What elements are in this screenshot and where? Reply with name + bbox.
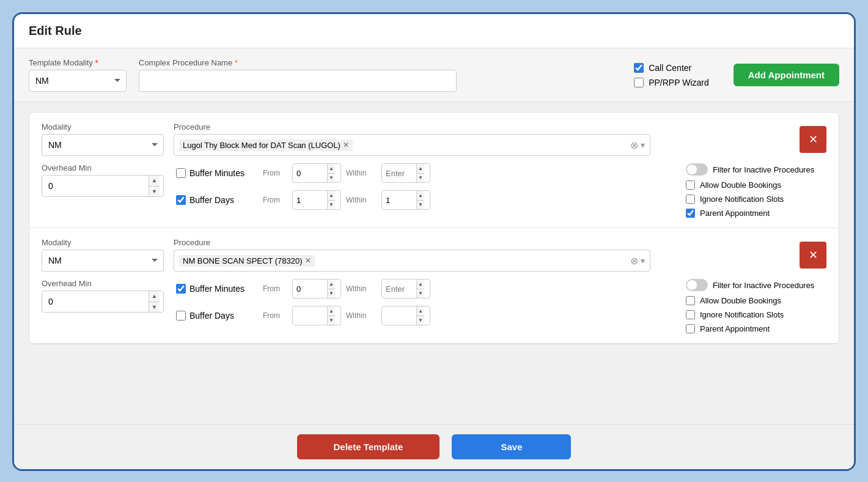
appt2-chevron-icon[interactable]: ▾ xyxy=(641,256,645,265)
appt1-bm-within-label: Within xyxy=(346,169,377,177)
appt2-bm-within-wrap: ▲ ▼ xyxy=(381,279,430,298)
call-center-checkbox[interactable] xyxy=(634,63,644,73)
appt2-clear-icon[interactable]: ⊗ xyxy=(630,255,638,267)
appt1-ignore-notification-checkbox[interactable] xyxy=(686,195,695,204)
appt2-overhead-input-wrap: ▲ ▼ xyxy=(42,291,164,313)
appt1-overhead-input[interactable] xyxy=(42,177,149,195)
appt1-bm-within-down[interactable]: ▼ xyxy=(417,174,424,183)
modal-footer: Delete Template Save xyxy=(14,424,854,469)
appt1-bm-from-row: From ▲ ▼ Within xyxy=(263,163,430,183)
appt2-bm-within-up[interactable]: ▲ xyxy=(417,280,424,289)
appt1-procedure-input[interactable]: Lugol Thy Block Med for DAT Scan (LUGOL)… xyxy=(174,134,650,156)
appt1-modality-select[interactable]: NM xyxy=(42,134,164,156)
pp-rpp-checkbox[interactable] xyxy=(634,78,644,87)
appt2-bm-within-down[interactable]: ▼ xyxy=(417,289,424,298)
appointment-block-2: Modality NM Procedure NM BONE SCAN SPECT… xyxy=(29,228,839,344)
appt1-procedure-label: Procedure xyxy=(174,122,790,132)
appt1-overhead-label: Overhead Min xyxy=(42,163,164,172)
appt1-modality-group: Modality NM xyxy=(42,122,164,156)
appt1-ignore-notification-row: Ignore Notification Slots xyxy=(686,195,826,204)
appt1-chevron-icon[interactable]: ▾ xyxy=(641,140,645,150)
appt1-bm-within-spinners: ▲ ▼ xyxy=(416,164,424,182)
appt2-buffer-days-label: Buffer Days xyxy=(176,311,256,321)
appt1-bd-from-up[interactable]: ▲ xyxy=(328,191,335,201)
appt2-overhead-up[interactable]: ▲ xyxy=(149,291,160,302)
appt2-buffer-minutes-checkbox[interactable] xyxy=(176,284,186,294)
appt1-bm-from-input[interactable] xyxy=(293,166,327,180)
appt2-buffer-minutes-row: Buffer Minutes From ▲ ▼ xyxy=(176,279,674,298)
modal-header: Edit Rule xyxy=(14,14,854,48)
appt1-buffer-days-checkbox[interactable] xyxy=(176,195,186,205)
appt1-filter-inactive-toggle[interactable] xyxy=(686,163,708,176)
appt1-bd-within-input[interactable] xyxy=(382,193,416,207)
appt2-bm-from-down[interactable]: ▼ xyxy=(328,289,335,298)
appt1-bd-within-down[interactable]: ▼ xyxy=(417,201,424,210)
appt1-overhead-up[interactable]: ▲ xyxy=(149,176,160,187)
appt2-procedure-input[interactable]: NM BONE SCAN SPECT (78320) ✕ ⊗ ▾ xyxy=(174,250,650,272)
appointments-section: Modality NM Procedure Lugol Thy Block Me… xyxy=(29,112,839,344)
appt1-delete-button[interactable]: ✕ xyxy=(800,126,826,153)
appt1-parent-appt-checkbox[interactable] xyxy=(686,209,695,218)
appt2-modality-select[interactable]: NM xyxy=(42,250,164,272)
appt2-bd-from-down[interactable]: ▼ xyxy=(328,316,335,325)
template-modality-select[interactable]: NM xyxy=(29,70,127,92)
appt2-bd-within-spinners: ▲ ▼ xyxy=(416,306,424,325)
appt1-overhead-input-wrap: ▲ ▼ xyxy=(42,175,164,197)
appt2-filter-inactive-toggle[interactable] xyxy=(686,279,708,291)
appt2-parent-appt-checkbox[interactable] xyxy=(686,324,695,333)
appt1-bd-from-input[interactable] xyxy=(293,193,327,207)
call-center-label: Call Center xyxy=(649,63,691,73)
appt2-bd-from-row: From ▲ ▼ Within xyxy=(263,306,430,325)
appt2-allow-double-checkbox[interactable] xyxy=(686,296,695,305)
appt2-bd-within-input[interactable] xyxy=(382,309,416,323)
appt2-filter-inactive-slider xyxy=(686,279,708,291)
delete-template-button[interactable]: Delete Template xyxy=(297,434,440,459)
appt1-bm-within-input[interactable] xyxy=(382,166,416,180)
appt2-buffer-minutes-fw: From ▲ ▼ Within xyxy=(263,279,430,298)
appt1-overhead-down[interactable]: ▼ xyxy=(149,187,160,197)
appt1-bd-within-up[interactable]: ▲ xyxy=(417,191,424,201)
appt1-bm-from-down[interactable]: ▼ xyxy=(328,174,335,183)
add-appointment-button[interactable]: Add Appointment xyxy=(734,64,839,86)
top-bar: Template Modality * NM Complex Procedure… xyxy=(14,48,854,102)
appt2-ignore-notification-label: Ignore Notification Slots xyxy=(700,310,784,319)
appt2-procedure-group: Procedure NM BONE SCAN SPECT (78320) ✕ ⊗… xyxy=(174,238,790,272)
appt2-bm-within-input[interactable] xyxy=(382,282,416,296)
complex-procedure-input[interactable]: NM Lugol xyxy=(139,70,457,92)
appt1-bd-from-spinners: ▲ ▼ xyxy=(327,191,335,209)
appt2-bd-from-up[interactable]: ▲ xyxy=(328,306,335,316)
appt2-bd-within-label: Within xyxy=(346,311,377,320)
appt1-clear-icon[interactable]: ⊗ xyxy=(630,139,638,151)
appt2-bd-within-down[interactable]: ▼ xyxy=(417,316,424,325)
appt2-bm-from-input[interactable] xyxy=(293,282,327,296)
appt2-buffer-days-checkbox[interactable] xyxy=(176,311,186,321)
appt2-overhead-input[interactable] xyxy=(42,293,149,310)
appt2-overhead-down[interactable]: ▼ xyxy=(149,302,160,313)
appt2-allow-double-label: Allow Double Bookings xyxy=(700,296,781,305)
appt1-buffer-minutes-label: Buffer Minutes xyxy=(176,168,256,178)
appt2-bd-within-up[interactable]: ▲ xyxy=(417,306,424,316)
appt2-details-row: Overhead Min ▲ ▼ xyxy=(42,279,826,333)
appt1-buffer-minutes-checkbox[interactable] xyxy=(176,168,186,178)
appt1-bm-from-up[interactable]: ▲ xyxy=(328,164,335,174)
appt2-bm-within-spinners: ▲ ▼ xyxy=(416,280,424,298)
appt1-buffer-days-label: Buffer Days xyxy=(176,195,256,205)
appt2-delete-button[interactable]: ✕ xyxy=(800,242,826,269)
appt1-procedure-tag-remove[interactable]: ✕ xyxy=(343,141,349,149)
appt1-allow-double-row: Allow Double Bookings xyxy=(686,180,826,190)
appt2-modality-label: Modality xyxy=(42,238,164,247)
appt2-bm-from-up[interactable]: ▲ xyxy=(328,280,335,289)
appt1-procedure-tag: Lugol Thy Block Med for DAT Scan (LUGOL)… xyxy=(179,139,353,151)
appt1-bd-from-down[interactable]: ▼ xyxy=(328,201,335,210)
save-button[interactable]: Save xyxy=(452,434,571,459)
appt1-allow-double-checkbox[interactable] xyxy=(686,180,695,190)
appt2-ignore-notification-checkbox[interactable] xyxy=(686,310,695,319)
appt2-bm-from-spinners: ▲ ▼ xyxy=(327,280,335,298)
appt1-bm-within-up[interactable]: ▲ xyxy=(417,164,424,174)
top-checkboxes: Call Center PP/RPP Wizard xyxy=(634,63,709,87)
appt2-buffer-days-fw: From ▲ ▼ Within xyxy=(263,306,430,325)
appt2-bd-from-input[interactable] xyxy=(293,309,327,323)
appt1-buffer-days-row: Buffer Days From ▲ ▼ xyxy=(176,190,674,210)
appt2-procedure-tag-remove[interactable]: ✕ xyxy=(305,256,311,265)
appt2-buffer-days-row: Buffer Days From ▲ ▼ xyxy=(176,306,674,325)
